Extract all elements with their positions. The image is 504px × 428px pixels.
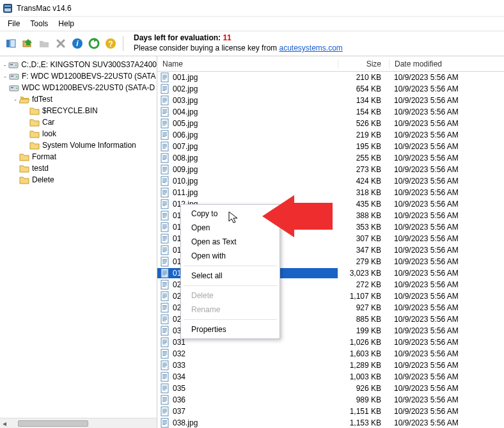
menu-item-open[interactable]: Open: [182, 221, 278, 235]
file-date: 10/9/2023 5:56 AM: [389, 200, 504, 209]
file-name: 037: [173, 407, 185, 416]
svg-rect-23: [162, 77, 167, 78]
file-icon: [160, 95, 170, 106]
scroll-left-icon[interactable]: ◂: [0, 419, 9, 428]
file-row[interactable]: 0341,003 KB10/9/2023 5:56 AM: [157, 371, 504, 383]
file-row[interactable]: 005.jpg526 KB10/9/2023 5:56 AM: [157, 118, 504, 129]
file-size: 210 KB: [338, 73, 389, 82]
file-row[interactable]: 006.jpg219 KB10/9/2023 5:56 AM: [157, 129, 504, 141]
svg-rect-138: [162, 342, 167, 343]
file-size: 134 KB: [338, 96, 389, 105]
svg-rect-56: [162, 155, 167, 156]
menu-item-delete: Delete: [182, 289, 278, 303]
column-header-date[interactable]: Date modified: [389, 59, 504, 68]
toolbar-refresh-button[interactable]: [87, 36, 101, 51]
license-link[interactable]: acutesystems.com: [279, 44, 342, 52]
svg-rect-32: [162, 99, 167, 100]
tree-item[interactable]: look: [0, 128, 157, 139]
svg-rect-77: [162, 203, 167, 203]
file-name: 031: [173, 338, 185, 347]
file-name: 032: [173, 349, 185, 358]
file-size: 279 KB: [338, 257, 389, 266]
tree-item-label: $RECYCLE.BIN: [42, 106, 98, 115]
tree-item[interactable]: -F: WDC WD1200BEVS-22UST0 (SATA: [0, 70, 157, 82]
file-row[interactable]: 003.jpg134 KB10/9/2023 5:56 AM: [157, 95, 504, 106]
menu-tools[interactable]: Tools: [25, 18, 53, 29]
svg-rect-107: [162, 272, 167, 273]
tree-item[interactable]: $RECYCLE.BIN: [0, 105, 157, 116]
menu-item-open-as-text[interactable]: Open as Text: [182, 235, 278, 249]
tree-horizontal-scrollbar[interactable]: ◂: [0, 418, 157, 428]
file-row[interactable]: 008.jpg255 KB10/9/2023 5:56 AM: [157, 152, 504, 164]
tree-item[interactable]: Car: [0, 116, 157, 128]
file-row[interactable]: 010.jpg424 KB10/9/2023 5:56 AM: [157, 175, 504, 187]
menu-item-copy-to[interactable]: Copy to: [182, 207, 278, 221]
svg-rect-4: [10, 40, 15, 47]
file-row[interactable]: 002.jpg654 KB10/9/2023 5:56 AM: [157, 83, 504, 95]
file-date: 10/9/2023 5:56 AM: [389, 315, 504, 324]
svg-rect-37: [162, 111, 167, 111]
menu-file[interactable]: File: [3, 18, 25, 29]
svg-rect-106: [162, 271, 167, 271]
file-row[interactable]: 011.jpg318 KB10/9/2023 5:56 AM: [157, 187, 504, 198]
toolbar-delete-button[interactable]: [54, 36, 68, 51]
file-date: 10/9/2023 5:56 AM: [389, 361, 504, 370]
svg-rect-27: [162, 88, 167, 88]
column-header-size[interactable]: Size: [338, 59, 389, 68]
menu-help[interactable]: Help: [53, 18, 79, 29]
svg-rect-146: [162, 363, 167, 363]
svg-rect-112: [162, 283, 167, 284]
tree-expander-icon[interactable]: -: [1, 61, 8, 68]
svg-rect-132: [162, 329, 167, 330]
file-date: 10/9/2023 5:56 AM: [389, 177, 504, 186]
folder-icon: [19, 163, 29, 173]
tree-item[interactable]: -fdTest: [0, 93, 157, 105]
file-row[interactable]: 007.jpg195 KB10/9/2023 5:56 AM: [157, 141, 504, 152]
toolbar-open-button[interactable]: [4, 36, 18, 51]
svg-rect-139: [162, 344, 166, 344]
file-icon: [160, 118, 170, 129]
menu-separator: [184, 319, 277, 320]
tree-expander-icon[interactable]: -: [1, 72, 9, 80]
tree-item[interactable]: testd: [0, 162, 157, 174]
svg-rect-136: [162, 340, 167, 340]
file-date: 10/9/2023 5:56 AM: [389, 119, 504, 128]
file-row[interactable]: 035926 KB10/9/2023 5:56 AM: [157, 383, 504, 394]
tree-item[interactable]: Delete: [0, 174, 157, 186]
file-name: 011.jpg: [173, 188, 198, 197]
tree-expander-icon[interactable]: -: [12, 95, 19, 103]
svg-rect-43: [162, 123, 167, 124]
tree-item[interactable]: System Volume Information: [0, 139, 157, 151]
tree-item-label: WDC WD1200BEVS-22UST0 (SATA-D: [22, 83, 155, 92]
column-header-name[interactable]: Name: [157, 59, 338, 68]
svg-rect-48: [162, 135, 167, 136]
svg-rect-62: [162, 168, 167, 169]
file-row[interactable]: 001.jpg210 KB10/9/2023 5:56 AM: [157, 72, 504, 83]
svg-rect-168: [162, 411, 167, 412]
file-row[interactable]: 004.jpg154 KB10/9/2023 5:56 AM: [157, 106, 504, 118]
file-date: 10/9/2023 5:56 AM: [389, 84, 504, 93]
file-row[interactable]: 0371,151 KB10/9/2023 5:56 AM: [157, 406, 504, 417]
tree-item[interactable]: -C:,D:,E: KINGSTON SUV300S37A2400: [0, 59, 157, 70]
tree-item[interactable]: Format: [0, 151, 157, 162]
file-row[interactable]: 038.jpg1,153 KB10/9/2023 5:56 AM: [157, 417, 504, 428]
svg-rect-131: [162, 328, 167, 329]
svg-rect-121: [162, 305, 167, 306]
toolbar-help-button[interactable]: ?: [104, 36, 118, 51]
toolbar-info-button[interactable]: i: [70, 36, 84, 51]
file-row[interactable]: 0331,289 KB10/9/2023 5:56 AM: [157, 360, 504, 371]
toolbar-save-button[interactable]: [20, 36, 35, 51]
file-name: 009.jpg: [173, 165, 198, 174]
file-row[interactable]: 036989 KB10/9/2023 5:56 AM: [157, 394, 504, 406]
scrollbar-thumb[interactable]: [18, 420, 88, 427]
svg-rect-76: [162, 202, 167, 202]
menu-item-open-with[interactable]: Open with: [182, 249, 278, 263]
file-icon: [160, 84, 170, 94]
tree-item[interactable]: WDC WD1200BEVS-22UST0 (SATA-D: [0, 82, 157, 93]
file-row[interactable]: 009.jpg273 KB10/9/2023 5:56 AM: [157, 164, 504, 175]
menu-item-properties[interactable]: Properties: [182, 322, 278, 337]
toolbar-folder-button[interactable]: [37, 36, 51, 51]
file-row[interactable]: 0321,603 KB10/9/2023 5:56 AM: [157, 348, 504, 360]
folder-tree[interactable]: -C:,D:,E: KINGSTON SUV300S37A2400-F: WDC…: [0, 56, 157, 188]
menu-item-select-all[interactable]: Select all: [182, 269, 278, 283]
